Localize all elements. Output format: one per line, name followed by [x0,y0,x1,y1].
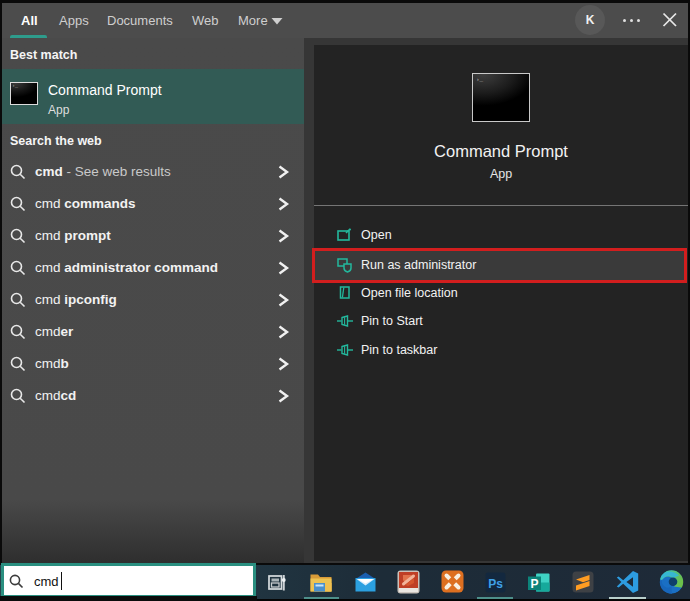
svg-text:P: P [530,577,538,591]
svg-text:Ps: Ps [488,577,503,591]
